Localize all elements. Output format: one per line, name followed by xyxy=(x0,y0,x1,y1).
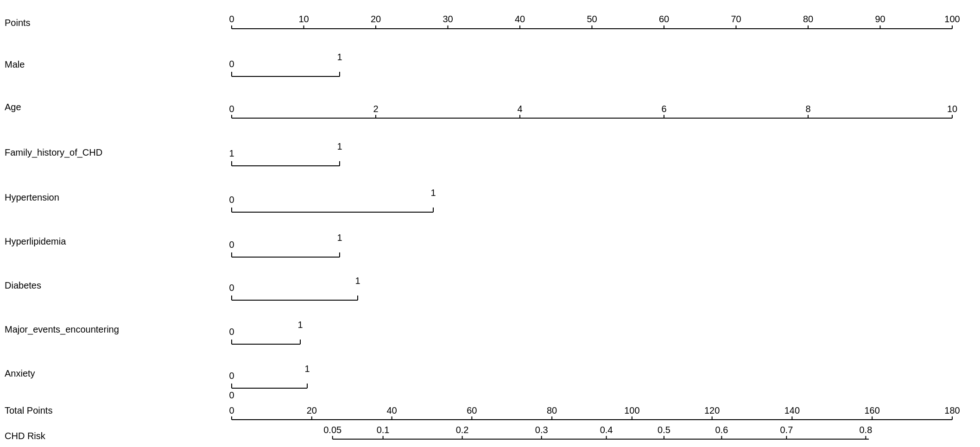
svg-text:0: 0 xyxy=(229,283,234,293)
svg-text:90: 90 xyxy=(875,14,885,24)
svg-text:100: 100 xyxy=(624,405,639,416)
nomogram-container: Points Male Age Family_history_of_CHD Hy… xyxy=(0,0,980,447)
svg-text:0.6: 0.6 xyxy=(715,425,728,435)
svg-text:4: 4 xyxy=(517,104,522,114)
svg-text:6: 6 xyxy=(661,104,666,114)
svg-text:1: 1 xyxy=(297,320,303,330)
label-diabetes: Diabetes xyxy=(5,280,41,291)
svg-text:10: 10 xyxy=(947,104,957,114)
nomogram-svg: 0 10 20 30 40 50 60 70 80 90 100 xyxy=(222,0,961,447)
svg-text:0.1: 0.1 xyxy=(377,425,390,435)
svg-text:20: 20 xyxy=(307,405,317,416)
label-chd-risk: CHD Risk xyxy=(5,431,45,441)
svg-text:1: 1 xyxy=(304,364,310,374)
svg-text:1: 1 xyxy=(229,148,234,158)
svg-text:1: 1 xyxy=(355,276,360,286)
svg-text:1: 1 xyxy=(337,141,342,151)
svg-text:140: 140 xyxy=(784,405,800,416)
svg-text:0: 0 xyxy=(229,239,234,250)
label-major-events: Major_events_encountering xyxy=(5,324,119,335)
svg-text:0.5: 0.5 xyxy=(658,425,670,435)
svg-text:1: 1 xyxy=(430,188,436,198)
svg-text:0: 0 xyxy=(229,104,234,114)
svg-text:1: 1 xyxy=(337,52,342,62)
svg-text:0: 0 xyxy=(229,405,234,416)
svg-text:40: 40 xyxy=(386,405,397,416)
svg-text:100: 100 xyxy=(944,14,960,24)
svg-text:60: 60 xyxy=(467,405,477,416)
svg-text:50: 50 xyxy=(587,14,597,24)
svg-text:0.8: 0.8 xyxy=(859,425,872,435)
label-points: Points xyxy=(5,18,31,28)
label-hyperlipidemia: Hyperlipidemia xyxy=(5,236,66,247)
svg-text:8: 8 xyxy=(805,104,810,114)
svg-text:120: 120 xyxy=(704,405,720,416)
label-anxiety: Anxiety xyxy=(5,368,35,379)
label-hypertension: Hypertension xyxy=(5,192,59,203)
label-total-points: Total Points xyxy=(5,405,52,416)
svg-text:10: 10 xyxy=(298,14,309,24)
svg-text:2: 2 xyxy=(373,104,378,114)
svg-text:0: 0 xyxy=(229,390,234,400)
svg-text:0: 0 xyxy=(229,327,234,337)
svg-text:180: 180 xyxy=(944,405,960,416)
label-family-history: Family_history_of_CHD xyxy=(5,147,102,158)
label-age: Age xyxy=(5,102,21,113)
svg-text:0.7: 0.7 xyxy=(780,425,793,435)
svg-text:0.3: 0.3 xyxy=(535,425,548,435)
svg-text:0: 0 xyxy=(229,195,234,205)
svg-text:30: 30 xyxy=(443,14,453,24)
svg-text:0: 0 xyxy=(229,371,234,381)
svg-text:0: 0 xyxy=(229,14,234,24)
svg-text:80: 80 xyxy=(803,14,813,24)
svg-text:0.4: 0.4 xyxy=(600,425,613,435)
svg-text:0.2: 0.2 xyxy=(456,425,469,435)
svg-text:70: 70 xyxy=(731,14,741,24)
svg-text:40: 40 xyxy=(515,14,525,24)
svg-text:1: 1 xyxy=(337,233,342,243)
svg-text:0.05: 0.05 xyxy=(323,425,341,435)
svg-text:60: 60 xyxy=(659,14,669,24)
svg-text:20: 20 xyxy=(371,14,381,24)
svg-text:160: 160 xyxy=(865,405,880,416)
svg-text:80: 80 xyxy=(547,405,557,416)
label-male: Male xyxy=(5,59,25,70)
svg-text:0: 0 xyxy=(229,59,234,69)
